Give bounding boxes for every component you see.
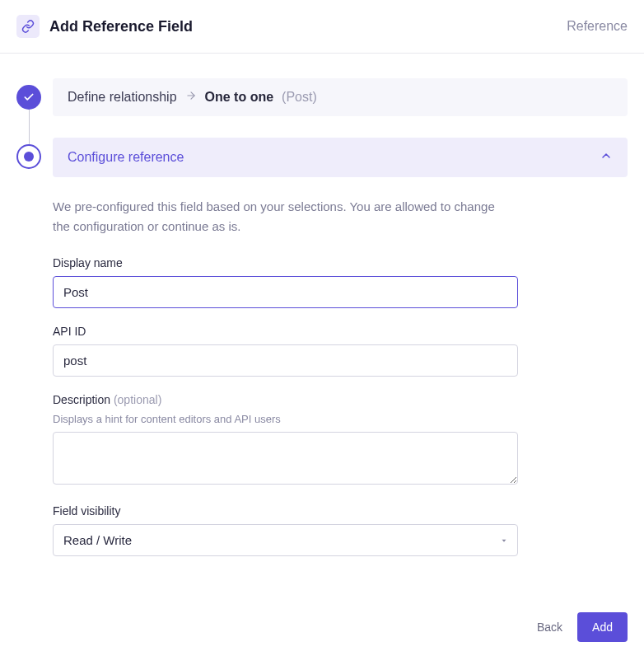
step-configure-summary: Configure reference: [68, 150, 184, 165]
field-type-label: Reference: [567, 19, 628, 34]
api-id-group: API ID: [53, 325, 628, 377]
modal-content: Define relationship One to one (Post): [0, 54, 644, 589]
description-label-text: Description: [53, 393, 110, 406]
configure-description: We pre-configured this field based on yo…: [53, 197, 514, 237]
add-button[interactable]: Add: [577, 612, 628, 642]
steps-container: Define relationship One to one (Post): [16, 78, 628, 573]
description-optional: (optional): [114, 393, 161, 406]
step-define-header[interactable]: Define relationship One to one (Post): [53, 78, 628, 116]
description-label: Description (optional): [53, 393, 628, 406]
api-id-label: API ID: [53, 325, 628, 338]
visibility-select-wrapper: Read / Write: [53, 524, 518, 556]
description-group: Description (optional) Displays a hint f…: [53, 393, 628, 488]
step-define-card[interactable]: Define relationship One to one (Post): [53, 78, 628, 116]
chevron-up-icon: [600, 149, 613, 166]
display-name-input[interactable]: [53, 276, 518, 308]
step-define-model: (Post): [282, 90, 317, 105]
step-define-selection: One to one: [205, 90, 274, 105]
api-id-input[interactable]: [53, 344, 518, 377]
step-configure-title: Configure reference: [68, 150, 184, 165]
display-name-group: Display name: [53, 256, 628, 308]
step-define-title: Define relationship: [68, 90, 177, 105]
visibility-select[interactable]: Read / Write: [53, 524, 518, 556]
step-configure-body: We pre-configured this field based on yo…: [53, 177, 628, 556]
header-left: Add Reference Field: [16, 15, 193, 38]
description-hint: Displays a hint for content editors and …: [53, 413, 628, 425]
step-define-summary: Define relationship One to one (Post): [68, 90, 317, 105]
check-icon: [23, 91, 35, 103]
step-indicator-active: [16, 144, 41, 169]
reference-icon: [16, 15, 40, 38]
display-name-label: Display name: [53, 256, 628, 269]
visibility-group: Field visibility Read / Write: [53, 504, 628, 556]
step-indicator-completed: [16, 85, 41, 110]
active-dot-icon: [24, 152, 34, 162]
modal-footer: Back Add: [0, 589, 644, 651]
modal-title: Add Reference Field: [49, 18, 193, 35]
modal-header: Add Reference Field Reference: [0, 0, 644, 54]
description-input[interactable]: [53, 432, 518, 485]
step-define-relationship: Define relationship One to one (Post): [16, 78, 628, 116]
step-configure-header[interactable]: Configure reference: [53, 138, 628, 177]
visibility-label: Field visibility: [53, 504, 628, 518]
arrow-right-icon: [185, 90, 197, 105]
back-button[interactable]: Back: [537, 621, 562, 634]
step-configure-card: Configure reference We pre-configured th…: [53, 138, 628, 573]
step-configure-reference: Configure reference We pre-configured th…: [16, 138, 628, 573]
